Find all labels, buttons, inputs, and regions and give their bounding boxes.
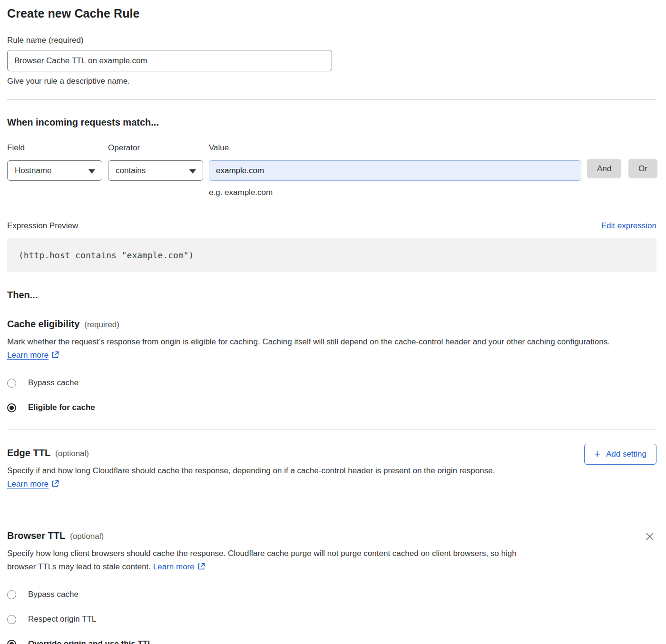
add-setting-label: Add setting <box>606 449 646 459</box>
match-heading: When incoming requests match... <box>7 117 656 128</box>
edge-ttl-header: Edge TTL (optional) <box>7 448 656 459</box>
cache-eligibility-description-text: Mark whether the request’s response from… <box>7 337 610 346</box>
browser-ttl-description: Specify how long client browsers should … <box>7 547 530 575</box>
cache-eligibility-required-tag: (required) <box>84 320 119 330</box>
expression-text: (http.host contains "example.com") <box>19 250 194 260</box>
browser-ttl-section: Browser TTL (optional) Specify how long … <box>7 530 656 644</box>
radio-eligible-for-cache[interactable]: Eligible for cache <box>7 403 656 412</box>
radio-browser-bypass-cache[interactable]: Bypass cache <box>7 590 656 599</box>
edge-ttl-section: + Add setting Edge TTL (optional) Specif… <box>7 448 656 492</box>
and-button[interactable]: And <box>587 159 621 178</box>
rule-name-input[interactable] <box>7 50 332 71</box>
value-input[interactable] <box>209 160 581 181</box>
rule-name-label: Rule name (required) <box>7 36 656 45</box>
condition-row: Field Hostname Operator contains Value e… <box>7 143 656 197</box>
expression-header: Expression Preview Edit expression <box>7 221 656 231</box>
field-select-value: Hostname <box>15 166 51 176</box>
browser-ttl-title: Browser TTL <box>7 530 65 541</box>
radio-icon[interactable] <box>7 590 16 599</box>
radio-label: Bypass cache <box>28 378 78 388</box>
operator-select[interactable]: contains <box>108 160 203 181</box>
section-divider <box>7 99 656 100</box>
section-divider <box>7 512 656 512</box>
cache-eligibility-learn-more-link[interactable]: Learn more <box>7 351 49 360</box>
external-link-icon <box>51 350 59 363</box>
edge-ttl-optional-tag: (optional) <box>55 449 89 459</box>
plus-icon: + <box>594 449 600 459</box>
radio-selected-icon[interactable] <box>7 403 16 412</box>
radio-override-origin-ttl[interactable]: Override origin and use this TTL <box>7 639 656 644</box>
browser-ttl-description-text: Specify how long client browsers should … <box>7 549 517 571</box>
radio-icon[interactable] <box>7 379 16 388</box>
cache-eligibility-title: Cache eligibility <box>7 319 79 330</box>
chevron-down-icon <box>88 169 95 174</box>
page-title: Create new Cache Rule <box>7 7 656 20</box>
then-heading: Then... <box>7 290 656 301</box>
cache-eligibility-section: Cache eligibility (required) Mark whethe… <box>7 319 656 412</box>
field-column: Field Hostname <box>7 143 102 181</box>
close-icon[interactable] <box>644 531 656 543</box>
value-help: e.g. example.com <box>209 188 581 197</box>
browser-ttl-optional-tag: (optional) <box>70 532 104 541</box>
edge-ttl-description-text: Specify if and how long Cloudflare shoul… <box>7 466 495 475</box>
value-label: Value <box>209 143 581 153</box>
field-select[interactable]: Hostname <box>7 160 102 181</box>
edit-expression-link[interactable]: Edit expression <box>601 221 656 231</box>
radio-label: Respect origin TTL <box>28 615 96 624</box>
edge-ttl-title: Edge TTL <box>7 448 50 459</box>
external-link-icon <box>197 561 205 575</box>
operator-select-value: contains <box>116 166 146 176</box>
operator-label: Operator <box>108 143 203 153</box>
operator-column: Operator contains <box>108 143 203 181</box>
radio-label: Eligible for cache <box>28 403 95 412</box>
expression-preview-box: (http.host contains "example.com") <box>7 238 656 272</box>
external-link-icon <box>51 478 59 492</box>
rule-name-help: Give your rule a descriptive name. <box>7 77 656 86</box>
radio-label: Override origin and use this TTL <box>28 639 153 644</box>
cache-eligibility-description: Mark whether the request’s response from… <box>7 335 656 363</box>
radio-label: Bypass cache <box>28 590 78 599</box>
chevron-down-icon <box>189 169 196 174</box>
radio-selected-icon[interactable] <box>7 640 16 644</box>
cache-eligibility-header: Cache eligibility (required) <box>7 319 656 330</box>
value-column: Value e.g. example.com <box>209 143 581 197</box>
and-or-buttons: And Or <box>587 143 657 178</box>
edge-ttl-description: Specify if and how long Cloudflare shoul… <box>7 464 530 492</box>
radio-bypass-cache[interactable]: Bypass cache <box>7 378 656 388</box>
browser-ttl-header: Browser TTL (optional) <box>7 530 656 541</box>
radio-respect-origin-ttl[interactable]: Respect origin TTL <box>7 615 656 624</box>
or-button[interactable]: Or <box>628 159 657 178</box>
browser-ttl-learn-more-link[interactable]: Learn more <box>153 562 195 571</box>
section-divider <box>7 429 656 429</box>
add-setting-button[interactable]: + Add setting <box>584 444 656 465</box>
field-label: Field <box>7 143 102 153</box>
radio-icon[interactable] <box>7 615 16 624</box>
create-cache-rule-form: Create new Cache Rule Rule name (require… <box>0 0 666 644</box>
edge-ttl-learn-more-link[interactable]: Learn more <box>7 479 49 488</box>
expression-preview-label: Expression Preview <box>7 221 78 231</box>
